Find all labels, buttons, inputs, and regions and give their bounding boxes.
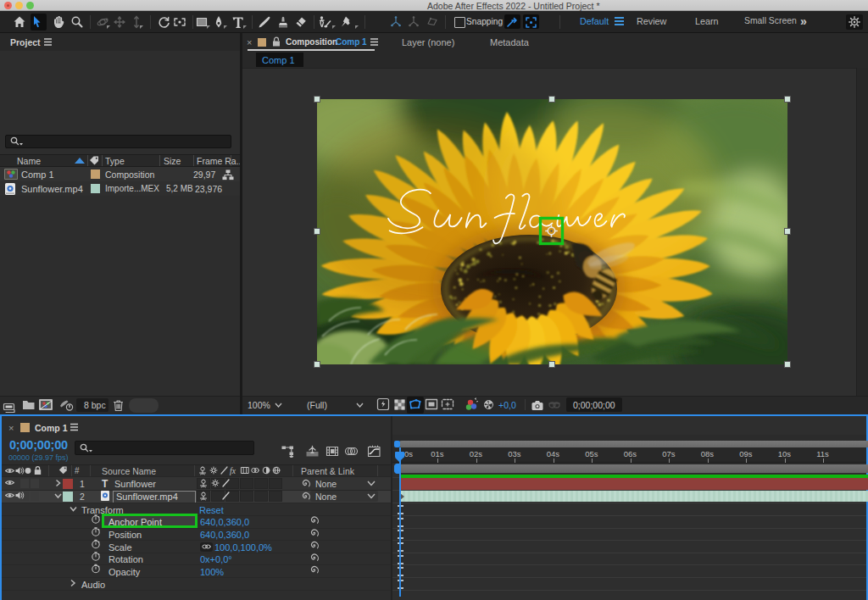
svg-text:fx: fx [230,467,236,475]
